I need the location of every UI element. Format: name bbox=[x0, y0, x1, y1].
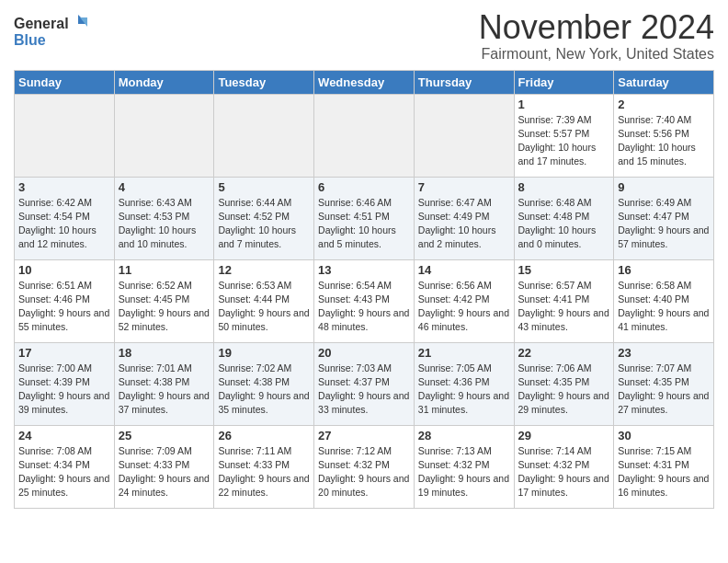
day-number: 5 bbox=[218, 180, 310, 194]
calendar-cell: 8Sunrise: 6:48 AM Sunset: 4:48 PM Daylig… bbox=[514, 177, 614, 259]
day-info: Sunrise: 6:46 AM Sunset: 4:51 PM Dayligh… bbox=[318, 196, 410, 252]
day-info: Sunrise: 6:58 AM Sunset: 4:40 PM Dayligh… bbox=[618, 279, 710, 335]
day-number: 19 bbox=[218, 346, 310, 360]
day-number: 10 bbox=[18, 263, 110, 277]
day-info: Sunrise: 6:56 AM Sunset: 4:42 PM Dayligh… bbox=[418, 279, 510, 335]
weekday-header-thursday: Thursday bbox=[414, 70, 514, 94]
day-info: Sunrise: 7:15 AM Sunset: 4:31 PM Dayligh… bbox=[618, 444, 710, 500]
logo: GeneralBlue bbox=[14, 13, 87, 50]
calendar-cell bbox=[15, 94, 115, 177]
day-number: 22 bbox=[518, 346, 610, 360]
day-number: 9 bbox=[618, 180, 710, 194]
day-number: 18 bbox=[119, 346, 210, 360]
calendar-cell: 25Sunrise: 7:09 AM Sunset: 4:33 PM Dayli… bbox=[114, 425, 214, 508]
day-number: 15 bbox=[518, 263, 610, 277]
day-number: 29 bbox=[518, 429, 610, 442]
day-info: Sunrise: 7:39 AM Sunset: 5:57 PM Dayligh… bbox=[518, 113, 610, 169]
calendar-cell: 18Sunrise: 7:01 AM Sunset: 4:38 PM Dayli… bbox=[114, 342, 214, 425]
weekday-header-tuesday: Tuesday bbox=[214, 70, 314, 94]
day-number: 17 bbox=[18, 346, 110, 360]
calendar-cell: 15Sunrise: 6:57 AM Sunset: 4:41 PM Dayli… bbox=[514, 259, 614, 342]
day-info: Sunrise: 6:44 AM Sunset: 4:52 PM Dayligh… bbox=[218, 196, 310, 252]
day-info: Sunrise: 6:54 AM Sunset: 4:43 PM Dayligh… bbox=[318, 279, 410, 335]
calendar-cell: 17Sunrise: 7:00 AM Sunset: 4:39 PM Dayli… bbox=[15, 342, 115, 425]
day-number: 13 bbox=[318, 263, 410, 277]
day-number: 1 bbox=[518, 98, 610, 111]
calendar-week-row: 24Sunrise: 7:08 AM Sunset: 4:34 PM Dayli… bbox=[15, 425, 714, 508]
calendar-cell: 24Sunrise: 7:08 AM Sunset: 4:34 PM Dayli… bbox=[15, 425, 115, 508]
day-info: Sunrise: 6:57 AM Sunset: 4:41 PM Dayligh… bbox=[518, 279, 610, 335]
day-number: 23 bbox=[618, 346, 710, 360]
calendar-week-row: 3Sunrise: 6:42 AM Sunset: 4:54 PM Daylig… bbox=[15, 177, 714, 259]
day-number: 27 bbox=[318, 429, 410, 442]
day-info: Sunrise: 7:40 AM Sunset: 5:56 PM Dayligh… bbox=[618, 113, 710, 169]
day-number: 30 bbox=[618, 429, 710, 442]
calendar-cell: 12Sunrise: 6:53 AM Sunset: 4:44 PM Dayli… bbox=[214, 259, 314, 342]
calendar-week-row: 1Sunrise: 7:39 AM Sunset: 5:57 PM Daylig… bbox=[15, 94, 714, 177]
day-number: 3 bbox=[18, 180, 110, 194]
calendar-cell: 20Sunrise: 7:03 AM Sunset: 4:37 PM Dayli… bbox=[314, 342, 415, 425]
calendar-cell: 29Sunrise: 7:14 AM Sunset: 4:32 PM Dayli… bbox=[514, 425, 614, 508]
calendar-cell: 9Sunrise: 6:49 AM Sunset: 4:47 PM Daylig… bbox=[614, 177, 714, 259]
calendar-week-row: 17Sunrise: 7:00 AM Sunset: 4:39 PM Dayli… bbox=[15, 342, 714, 425]
calendar-cell: 22Sunrise: 7:06 AM Sunset: 4:35 PM Dayli… bbox=[514, 342, 614, 425]
calendar-cell: 30Sunrise: 7:15 AM Sunset: 4:31 PM Dayli… bbox=[614, 425, 714, 508]
calendar-cell: 4Sunrise: 6:43 AM Sunset: 4:53 PM Daylig… bbox=[114, 177, 214, 259]
calendar-cell: 13Sunrise: 6:54 AM Sunset: 4:43 PM Dayli… bbox=[314, 259, 415, 342]
calendar-week-row: 10Sunrise: 6:51 AM Sunset: 4:46 PM Dayli… bbox=[15, 259, 714, 342]
title-area: November 2024 Fairmount, New York, Unite… bbox=[479, 9, 714, 63]
calendar-table: SundayMondayTuesdayWednesdayThursdayFrid… bbox=[14, 70, 714, 509]
day-info: Sunrise: 6:48 AM Sunset: 4:48 PM Dayligh… bbox=[518, 196, 610, 252]
day-number: 2 bbox=[618, 98, 710, 111]
calendar-cell: 16Sunrise: 6:58 AM Sunset: 4:40 PM Dayli… bbox=[614, 259, 714, 342]
weekday-header-wednesday: Wednesday bbox=[314, 70, 415, 94]
calendar-cell: 26Sunrise: 7:11 AM Sunset: 4:33 PM Dayli… bbox=[214, 425, 314, 508]
logo-icon: GeneralBlue bbox=[14, 13, 87, 50]
day-info: Sunrise: 7:06 AM Sunset: 4:35 PM Dayligh… bbox=[518, 362, 610, 418]
calendar-cell bbox=[214, 94, 314, 177]
day-info: Sunrise: 7:05 AM Sunset: 4:36 PM Dayligh… bbox=[418, 362, 510, 418]
calendar-cell: 23Sunrise: 7:07 AM Sunset: 4:35 PM Dayli… bbox=[614, 342, 714, 425]
calendar-cell: 2Sunrise: 7:40 AM Sunset: 5:56 PM Daylig… bbox=[614, 94, 714, 177]
day-info: Sunrise: 7:01 AM Sunset: 4:38 PM Dayligh… bbox=[119, 362, 210, 418]
calendar-cell: 11Sunrise: 6:52 AM Sunset: 4:45 PM Dayli… bbox=[114, 259, 214, 342]
calendar-cell: 19Sunrise: 7:02 AM Sunset: 4:38 PM Dayli… bbox=[214, 342, 314, 425]
calendar-cell: 14Sunrise: 6:56 AM Sunset: 4:42 PM Dayli… bbox=[414, 259, 514, 342]
day-number: 25 bbox=[119, 429, 210, 442]
day-number: 28 bbox=[418, 429, 510, 442]
calendar-cell: 21Sunrise: 7:05 AM Sunset: 4:36 PM Dayli… bbox=[414, 342, 514, 425]
day-info: Sunrise: 7:08 AM Sunset: 4:34 PM Dayligh… bbox=[18, 444, 110, 500]
day-info: Sunrise: 6:49 AM Sunset: 4:47 PM Dayligh… bbox=[618, 196, 710, 252]
day-info: Sunrise: 7:14 AM Sunset: 4:32 PM Dayligh… bbox=[518, 444, 610, 500]
day-info: Sunrise: 7:02 AM Sunset: 4:38 PM Dayligh… bbox=[218, 362, 310, 418]
day-number: 21 bbox=[418, 346, 510, 360]
calendar-cell: 1Sunrise: 7:39 AM Sunset: 5:57 PM Daylig… bbox=[514, 94, 614, 177]
calendar-cell bbox=[314, 94, 415, 177]
calendar-cell: 6Sunrise: 6:46 AM Sunset: 4:51 PM Daylig… bbox=[314, 177, 415, 259]
day-number: 14 bbox=[418, 263, 510, 277]
calendar-cell: 7Sunrise: 6:47 AM Sunset: 4:49 PM Daylig… bbox=[414, 177, 514, 259]
page-header: GeneralBlue November 2024 Fairmount, New… bbox=[14, 9, 714, 63]
calendar-cell: 10Sunrise: 6:51 AM Sunset: 4:46 PM Dayli… bbox=[15, 259, 115, 342]
day-info: Sunrise: 7:07 AM Sunset: 4:35 PM Dayligh… bbox=[618, 362, 710, 418]
calendar-cell: 3Sunrise: 6:42 AM Sunset: 4:54 PM Daylig… bbox=[15, 177, 115, 259]
day-info: Sunrise: 7:00 AM Sunset: 4:39 PM Dayligh… bbox=[18, 362, 110, 418]
day-info: Sunrise: 7:12 AM Sunset: 4:32 PM Dayligh… bbox=[318, 444, 410, 500]
calendar-cell: 5Sunrise: 6:44 AM Sunset: 4:52 PM Daylig… bbox=[214, 177, 314, 259]
location-subtitle: Fairmount, New York, United States bbox=[479, 46, 714, 63]
day-info: Sunrise: 7:13 AM Sunset: 4:32 PM Dayligh… bbox=[418, 444, 510, 500]
month-title: November 2024 bbox=[479, 9, 714, 46]
day-number: 7 bbox=[418, 180, 510, 194]
svg-text:General: General bbox=[14, 16, 69, 31]
day-number: 26 bbox=[218, 429, 310, 442]
day-number: 16 bbox=[618, 263, 710, 277]
day-info: Sunrise: 7:11 AM Sunset: 4:33 PM Dayligh… bbox=[218, 444, 310, 500]
day-info: Sunrise: 6:53 AM Sunset: 4:44 PM Dayligh… bbox=[218, 279, 310, 335]
calendar-cell bbox=[414, 94, 514, 177]
day-info: Sunrise: 6:42 AM Sunset: 4:54 PM Dayligh… bbox=[18, 196, 110, 252]
day-number: 24 bbox=[18, 429, 110, 442]
day-info: Sunrise: 6:47 AM Sunset: 4:49 PM Dayligh… bbox=[418, 196, 510, 252]
day-info: Sunrise: 7:09 AM Sunset: 4:33 PM Dayligh… bbox=[119, 444, 210, 500]
weekday-header-friday: Friday bbox=[514, 70, 614, 94]
day-info: Sunrise: 6:52 AM Sunset: 4:45 PM Dayligh… bbox=[119, 279, 210, 335]
